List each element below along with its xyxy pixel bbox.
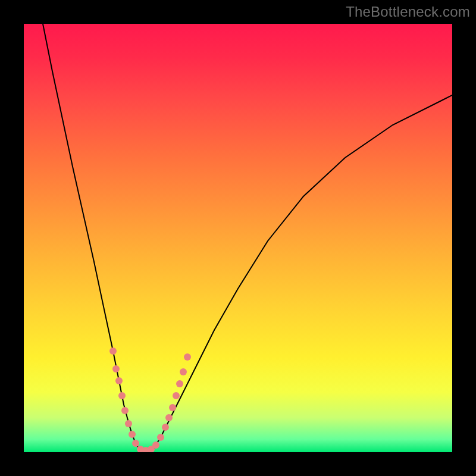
data-point: [180, 368, 187, 375]
data-point: [152, 441, 159, 449]
chart-svg: [24, 24, 452, 452]
data-point: [157, 434, 164, 441]
watermark-text: TheBottleneck.com: [346, 4, 470, 20]
data-point: [173, 392, 180, 399]
data-point: [162, 424, 169, 431]
data-point: [132, 440, 139, 447]
data-point: [118, 392, 126, 399]
data-point: [176, 380, 183, 387]
plot-area: [24, 24, 452, 452]
data-point: [109, 347, 117, 355]
data-point: [184, 353, 191, 361]
chart-stage: TheBottleneck.com: [0, 0, 476, 476]
data-point: [129, 431, 136, 438]
data-point: [115, 377, 123, 384]
data-point: [112, 365, 120, 372]
bottleneck-curve: [43, 24, 452, 451]
data-point: [121, 407, 129, 414]
data-point: [125, 420, 132, 427]
data-point: [169, 404, 176, 411]
data-point: [165, 414, 173, 421]
